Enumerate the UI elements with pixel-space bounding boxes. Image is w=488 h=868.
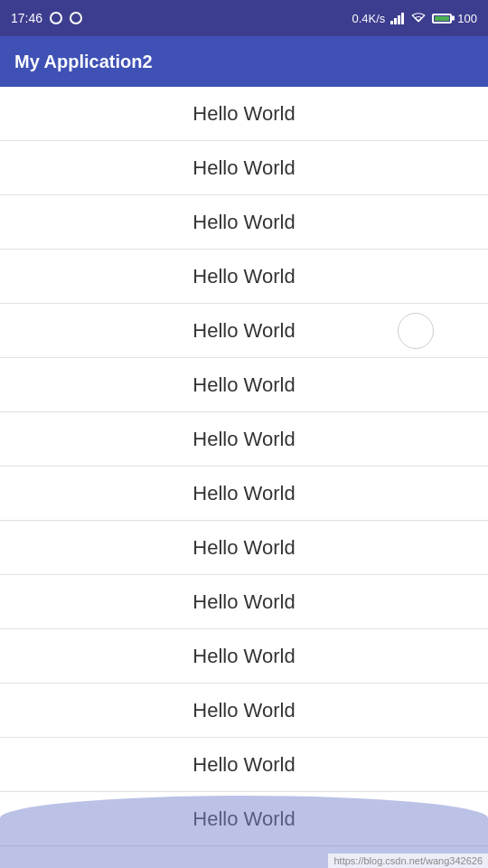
signal-icon bbox=[390, 12, 405, 24]
list-item-text: Hello World bbox=[192, 102, 295, 126]
svg-rect-2 bbox=[398, 15, 400, 24]
status-bar-left: 17:46 bbox=[11, 11, 82, 25]
ripple-effect bbox=[398, 313, 434, 349]
list-item[interactable]: Hello World bbox=[0, 467, 488, 521]
list-item[interactable]: Hello World bbox=[0, 738, 488, 792]
list-item[interactable]: Hello World bbox=[0, 629, 488, 684]
app-bar: My Application2 bbox=[0, 36, 488, 87]
battery-icon bbox=[432, 14, 452, 24]
list-item[interactable]: Hello World bbox=[0, 195, 488, 250]
list-item-text: Hello World bbox=[192, 428, 295, 451]
svg-rect-1 bbox=[394, 18, 397, 24]
network-speed: 0.4K/s bbox=[352, 12, 385, 25]
list-item-text: Hello World bbox=[192, 536, 295, 560]
status-bar: 17:46 0.4K/s 100 bbox=[0, 0, 488, 36]
signal-circle-1 bbox=[50, 12, 62, 24]
svg-rect-3 bbox=[401, 13, 404, 24]
list-item[interactable]: Hello World bbox=[0, 358, 488, 412]
list-item-text: Hello World bbox=[192, 265, 295, 288]
list-item-text: Hello World bbox=[192, 211, 295, 234]
list-item[interactable]: Hello World bbox=[0, 250, 488, 304]
svg-rect-0 bbox=[390, 21, 393, 24]
list-item-text: Hello World bbox=[192, 156, 295, 180]
watermark: https://blog.csdn.net/wang342626 bbox=[328, 854, 488, 868]
list-item-ripple[interactable]: Hello World bbox=[0, 304, 488, 358]
battery-label: 100 bbox=[457, 12, 477, 25]
list-item[interactable]: Hello World bbox=[0, 521, 488, 575]
list-item[interactable]: Hello World bbox=[0, 575, 488, 629]
app-title: My Application2 bbox=[14, 52, 153, 72]
list-item-text: Hello World bbox=[192, 590, 295, 614]
list-item-text: Hello World bbox=[192, 482, 295, 505]
list-item-text: Hello World bbox=[192, 373, 295, 397]
list-item[interactable]: Hello World bbox=[0, 87, 488, 141]
status-bar-right: 0.4K/s 100 bbox=[352, 12, 477, 25]
list-item-text: Hello World bbox=[192, 319, 295, 343]
signal-circle-2 bbox=[70, 12, 82, 24]
list-item-text: Hello World bbox=[192, 753, 295, 777]
list-container[interactable]: Hello World Hello World Hello World Hell… bbox=[0, 87, 488, 846]
list-item[interactable]: Hello World bbox=[0, 684, 488, 738]
list-item[interactable]: Hello World bbox=[0, 141, 488, 195]
status-time: 17:46 bbox=[11, 11, 42, 25]
list-item[interactable]: Hello World bbox=[0, 412, 488, 467]
list-item-text: Hello World bbox=[192, 699, 295, 722]
wifi-icon bbox=[410, 12, 427, 24]
list-item-text: Hello World bbox=[192, 645, 295, 668]
